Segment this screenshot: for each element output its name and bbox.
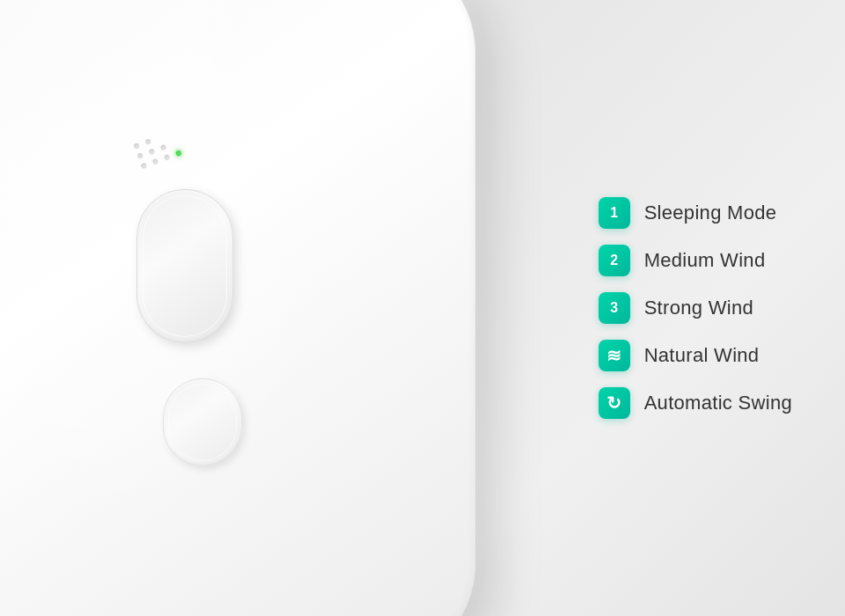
main-button[interactable] <box>136 189 233 343</box>
feature-badge-sleeping-mode: 1 <box>599 197 630 229</box>
feature-badge-automatic-swing: ↻ <box>599 387 630 419</box>
badge-icon-automatic-swing: ↻ <box>606 394 621 412</box>
feature-badge-natural-wind: ≋ <box>599 340 630 371</box>
badge-number-medium-wind: 2 <box>610 253 618 268</box>
device-surface <box>0 0 475 616</box>
badge-number-strong-wind: 3 <box>610 301 618 315</box>
feature-item-medium-wind: 2Medium Wind <box>599 245 792 276</box>
feature-item-sleeping-mode: 1Sleeping Mode <box>599 197 792 229</box>
main-scene: 1Sleeping Mode2Medium Wind3Strong Wind≋N… <box>0 0 845 616</box>
led-dot <box>149 149 156 156</box>
led-dot <box>144 138 151 145</box>
feature-item-strong-wind: 3Strong Wind <box>599 292 792 324</box>
led-dot <box>133 143 140 150</box>
feature-label-medium-wind: Medium Wind <box>644 249 766 272</box>
feature-label-natural-wind: Natural Wind <box>644 344 760 367</box>
feature-label-automatic-swing: Automatic Swing <box>644 392 792 414</box>
led-dot <box>160 144 167 151</box>
badge-number-sleeping-mode: 1 <box>610 206 618 220</box>
feature-item-natural-wind: ≋Natural Wind <box>599 340 792 371</box>
secondary-button[interactable] <box>163 378 242 466</box>
feature-label-sleeping-mode: Sleeping Mode <box>644 202 777 224</box>
led-dot <box>136 152 143 159</box>
feature-list: 1Sleeping Mode2Medium Wind3Strong Wind≋N… <box>599 197 792 419</box>
feature-badge-strong-wind: 3 <box>599 292 630 324</box>
feature-badge-medium-wind: 2 <box>599 245 630 276</box>
badge-icon-natural-wind: ≋ <box>606 347 621 364</box>
feature-label-strong-wind: Strong Wind <box>644 297 753 319</box>
feature-item-automatic-swing: ↻Automatic Swing <box>599 387 792 419</box>
